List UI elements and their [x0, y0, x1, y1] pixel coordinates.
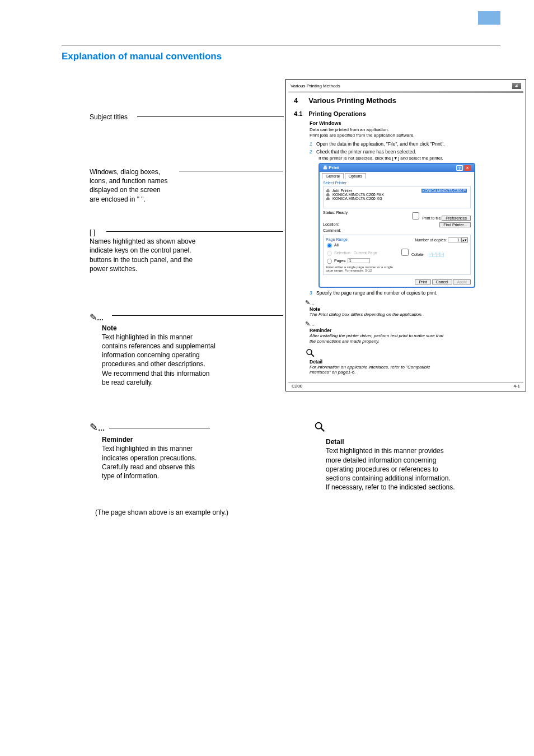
anno-reminder: ✎… Reminder Text highlighted in this man… [90, 421, 269, 492]
copies-input[interactable]: 1 [448, 237, 461, 242]
sample-body-line: Data can be printed from an application. [310, 127, 520, 133]
sample-h4: For Windows [310, 120, 520, 126]
titlebar-buttons: ?× [456, 165, 471, 171]
arrow-line [112, 315, 283, 316]
sample-section-title: Various Printing Methods [308, 96, 396, 105]
sample-step-number: 3 [310, 290, 316, 296]
status-label: Status: [323, 211, 335, 214]
sample-step-text: Specify the page range and the number of… [316, 290, 437, 296]
anno-bracket-keys: [ ] Names highlighted as shown above ind… [90, 228, 246, 273]
print-dialog-titlebar: 🖶 Print ?× [320, 164, 474, 172]
sample-reminder-body: the connections are made properly. [310, 339, 520, 344]
sample-page-box: Various Printing Methods 4 4 Various Pri… [285, 79, 526, 391]
tab-options[interactable]: Options [345, 173, 366, 179]
sample-reminder-head: Reminder [310, 328, 520, 333]
reminder-dots: … [310, 322, 315, 327]
arrow-line [137, 116, 284, 117]
apply-button: Apply [453, 279, 471, 284]
preferences-button[interactable]: Preferences [442, 216, 471, 221]
sample-step-text: Check that the printer name has been sel… [316, 149, 416, 155]
location-label: Location: [323, 222, 339, 227]
print-dialog-title: Print [329, 165, 339, 170]
arrow-line [179, 171, 283, 171]
magnifier-icon [313, 421, 326, 433]
bottom-annotations: ✎… Reminder Text highlighted in this man… [90, 421, 500, 492]
pages-input[interactable]: 1 [348, 258, 370, 263]
sample-detail-body: interfaces" on page1-6. [310, 370, 520, 375]
sample-running-header: Various Printing Methods 4 [288, 82, 523, 90]
printer-icon: 🖶 [323, 165, 327, 170]
printer-item-selected[interactable]: KONICA MINOLTA C200 P [421, 189, 467, 193]
close-icon[interactable]: × [464, 165, 471, 171]
collate-checkbox[interactable]: Collate [399, 253, 424, 256]
sample-subsection-number: 4.1 [294, 110, 307, 117]
collate-row: Collate 📄📄 📄📄 [399, 247, 468, 258]
radio-all[interactable]: All [326, 242, 395, 249]
print-dialog: 🖶 Print ?× General Options Select Printe… [318, 163, 475, 288]
sample-footer-left: C200 [292, 384, 302, 389]
sample-step: 2Check that the printer name has been se… [310, 149, 520, 155]
magnifier-icon [305, 348, 315, 358]
print-dialog-footer: Print Cancel Apply [320, 277, 474, 287]
sample-step: 1Open the data in the application, "File… [310, 141, 520, 147]
sample-note-icon-row: ✎… [305, 299, 520, 306]
note-hand-icon: ✎ [305, 299, 310, 306]
find-printer-button[interactable]: Find Printer... [439, 222, 471, 227]
collate-icon: 📄📄 📄📄 [428, 253, 444, 257]
select-printer-label: Select Printer [323, 181, 471, 185]
sample-section-number: 4 [294, 96, 307, 105]
svg-line-1 [311, 353, 314, 356]
note-hand-icon: ✎ [90, 312, 97, 322]
sample-reminder-body: After installing the printer driver, per… [310, 333, 520, 339]
printer-item[interactable]: KONICA MINOLTA C200 XG [326, 197, 468, 200]
printer-list[interactable]: Add Printer KONICA MINOLTA C200 P KONICA… [323, 186, 471, 208]
sample-detail-body: For information on applicable interfaces… [310, 365, 520, 370]
anno-window-names: Windows, dialog boxes, icons, and functi… [90, 167, 246, 204]
sample-subsection-row: 4.1 Printing Operations [294, 107, 520, 117]
svg-line-3 [321, 428, 324, 431]
sample-footer-right: 4-1 [513, 384, 520, 389]
print-to-file-checkbox[interactable]: Print to file [410, 216, 441, 220]
sample-note-body: The Print dialog box differs depending o… [310, 312, 520, 318]
header-color-block [478, 11, 500, 25]
copies-label: Number of copies: [415, 238, 447, 242]
reminder-hand-icon: ✎ [90, 422, 98, 433]
anno-note: ✎… Note Text highlighted in this manner … [90, 311, 257, 387]
arrow-line [106, 231, 283, 232]
comment-label: Comment: [323, 228, 341, 232]
section-title: Explanation of manual conventions [62, 51, 500, 62]
sample-header-chapter-num: 4 [512, 83, 521, 89]
radio-pages[interactable]: Pages: 1 [326, 258, 395, 265]
sample-section-row: 4 Various Printing Methods [294, 96, 520, 105]
status-value: Ready [336, 211, 348, 214]
sample-header-rule [288, 91, 523, 93]
print-dialog-tabs: General Options [320, 172, 474, 179]
reminder-hand-icon: ✎ [305, 320, 310, 327]
sample-detail-icon-row [305, 348, 520, 359]
tab-general[interactable]: General [322, 173, 344, 179]
anno-subject-titles: Subject titles [90, 113, 190, 122]
sample-step-number: 1 [310, 141, 316, 147]
sample-subsection-title: Printing Operations [308, 110, 366, 117]
svg-point-0 [307, 349, 312, 354]
spinner-icon[interactable]: ▴▾ [461, 237, 468, 242]
copies-row: Number of copies: 1▴▾ [399, 237, 468, 242]
sample-step-text: Open the data in the application, "File"… [316, 141, 444, 147]
print-button[interactable]: Print [415, 279, 430, 284]
page-range-label: Page Range [326, 237, 395, 241]
sample-substep: If the printer is not selected, click th… [318, 156, 520, 161]
printer-item[interactable]: KONICA MINOLTA C200 FAX [326, 193, 468, 197]
example-only-note: (The page shown above is an example only… [95, 508, 500, 516]
radio-selection: Selection Current Page [326, 250, 395, 257]
sample-step-number: 2 [310, 149, 316, 155]
sample-detail-head: Detail [310, 359, 520, 365]
header-rule [62, 45, 500, 45]
cancel-button[interactable]: Cancel [432, 279, 452, 284]
help-icon[interactable]: ? [456, 165, 463, 171]
arrow-line [109, 428, 210, 428]
sample-footer: C200 4-1 [288, 382, 523, 389]
radio-current-page: Current Page [354, 251, 377, 255]
anno-detail: Detail Text highlighted in this manner p… [313, 421, 493, 492]
sample-body-line: Print jobs are specified from the applic… [310, 133, 520, 138]
sample-note-head: Note [310, 306, 520, 312]
